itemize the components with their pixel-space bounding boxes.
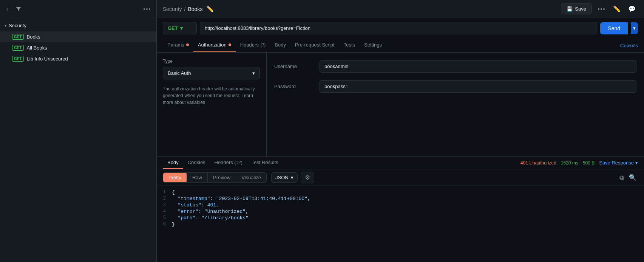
more-options-button[interactable] xyxy=(595,5,608,13)
sidebar-item-label: All Books xyxy=(27,45,47,51)
tab-params[interactable]: Params xyxy=(163,38,193,52)
send-button[interactable]: Send xyxy=(600,22,628,34)
tab-headers[interactable]: Headers (7) xyxy=(236,38,270,52)
tab-body-label: Body xyxy=(275,42,286,48)
more-icon xyxy=(596,7,606,11)
json-chevron-icon: ▾ xyxy=(291,175,293,180)
line-content: { xyxy=(172,189,175,195)
copy-button[interactable]: ⧉ xyxy=(618,172,625,183)
send-caret-button[interactable]: ▾ xyxy=(631,22,638,34)
resp-tab-body-label: Body xyxy=(167,160,179,165)
method-badge-get: GET xyxy=(12,45,24,51)
breadcrumb-parent: Security xyxy=(163,6,182,12)
sidebar-more-icon xyxy=(142,7,152,11)
resp-tab-test-results[interactable]: Test Results xyxy=(247,157,283,169)
save-button[interactable]: 💾 Save xyxy=(561,3,592,14)
save-icon: 💾 xyxy=(567,6,573,12)
code-area: 1 { 2 "timestamp": "2023-02-09T13:41:40.… xyxy=(157,186,644,262)
sidebar-section-title: Security xyxy=(9,23,26,28)
tab-settings-label: Settings xyxy=(364,42,382,48)
password-input[interactable] xyxy=(320,80,636,93)
cookies-link[interactable]: Cookies xyxy=(620,43,638,48)
tab-authorization-label: Authorization xyxy=(198,42,227,48)
line-number: 4 xyxy=(157,209,172,214)
format-toolbar: Pretty Raw Preview Visualize JSON ▾ ⚙ ⧉ … xyxy=(157,169,644,186)
status-badge: 401 Unauthorized xyxy=(520,160,556,166)
breadcrumb: Security / Books ✏️ xyxy=(163,4,215,14)
tab-authorization[interactable]: Authorization xyxy=(193,38,236,52)
code-line-4: 4 "error": "Unauthorized", xyxy=(157,208,644,215)
auth-type-chevron-icon: ▾ xyxy=(252,70,255,76)
format-raw-button[interactable]: Raw xyxy=(187,173,207,182)
topbar: Security / Books ✏️ 💾 Save ✏️ 💬 xyxy=(157,0,644,18)
line-content: "error": "Unauthorized", xyxy=(172,209,249,214)
save-response-chevron-icon: ▾ xyxy=(635,160,638,166)
tab-pre-request[interactable]: Pre-request Script xyxy=(290,38,339,52)
headers-badge: (7) xyxy=(261,43,266,47)
auth-note: The authorization header will be automat… xyxy=(163,85,260,106)
tab-body[interactable]: Body xyxy=(270,38,290,52)
filter-icon-button[interactable]: ⚙ xyxy=(301,172,314,183)
auth-type-value: Basic Auth xyxy=(168,70,191,76)
new-request-button[interactable]: + xyxy=(5,4,11,14)
main-panel: Security / Books ✏️ 💾 Save ✏️ 💬 GET ▾ Se… xyxy=(157,0,644,262)
content-area: Type Basic Auth ▾ The authorization head… xyxy=(157,53,644,156)
topbar-actions: 💾 Save ✏️ 💬 xyxy=(561,3,638,15)
sidebar-item-lib-info[interactable]: GET Lib Info Unsecured xyxy=(0,53,156,64)
save-response-button[interactable]: Save Response ▾ xyxy=(599,160,638,166)
resp-tab-body[interactable]: Body xyxy=(163,157,183,169)
response-meta: 401 Unauthorized 1520 ms 500 B Save Resp… xyxy=(520,160,638,166)
username-label: Username xyxy=(274,64,320,69)
bottom-section: Body Cookies Headers (12) Test Results 4… xyxy=(157,156,644,262)
auth-type-select[interactable]: Basic Auth ▾ xyxy=(163,67,260,79)
breadcrumb-current: Books xyxy=(188,6,202,12)
save-label: Save xyxy=(575,6,586,12)
tab-settings[interactable]: Settings xyxy=(360,38,386,52)
method-badge-get: GET xyxy=(12,56,24,62)
username-input[interactable] xyxy=(320,60,636,73)
auth-type-label: Type xyxy=(163,59,260,64)
line-number: 1 xyxy=(157,189,172,195)
params-dot xyxy=(186,43,189,46)
auth-dot xyxy=(229,43,231,46)
format-preview-button[interactable]: Preview xyxy=(208,173,236,182)
search-button[interactable]: 🔍 xyxy=(627,172,638,183)
sidebar-item-books[interactable]: GET Books xyxy=(0,31,156,42)
request-tabs: Params Authorization Headers (7) Body Pr… xyxy=(157,38,644,53)
resp-tab-test-results-label: Test Results xyxy=(252,160,278,165)
sidebar-item-label: Lib Info Unsecured xyxy=(27,56,68,62)
sidebar-header-left: + xyxy=(5,4,23,14)
url-input[interactable] xyxy=(200,22,597,34)
tab-pre-request-label: Pre-request Script xyxy=(295,42,335,48)
chevron-down-icon: ▾ xyxy=(5,23,6,28)
sidebar-section-header[interactable]: ▾ Security xyxy=(0,20,156,31)
line-content: "status": 401, xyxy=(172,202,219,208)
method-select[interactable]: GET ▾ xyxy=(163,22,197,34)
filter-button[interactable] xyxy=(14,5,23,14)
format-pretty-button[interactable]: Pretty xyxy=(163,173,187,182)
line-content: "timestamp": "2023-02-09T13:41:40.411+00… xyxy=(172,196,310,202)
response-size: 500 B xyxy=(583,160,595,166)
auth-panel: Type Basic Auth ▾ The authorization head… xyxy=(157,53,266,156)
comment-button[interactable]: 💬 xyxy=(626,3,638,15)
toolbar-right: ⧉ 🔍 xyxy=(618,172,638,183)
line-number: 2 xyxy=(157,196,172,201)
edit-button[interactable]: ✏️ xyxy=(611,3,623,15)
line-number: 3 xyxy=(157,202,172,208)
edit-name-button[interactable]: ✏️ xyxy=(205,4,215,14)
tab-tests[interactable]: Tests xyxy=(339,38,360,52)
sidebar-item-all-books[interactable]: GET All Books xyxy=(0,42,156,53)
line-number: 5 xyxy=(157,215,172,220)
line-number: 6 xyxy=(157,222,172,227)
tab-params-label: Params xyxy=(167,42,184,48)
format-visualize-button[interactable]: Visualize xyxy=(236,173,266,182)
sidebar: + ▾ Security GET Books GET All Books GET… xyxy=(0,0,157,262)
json-select[interactable]: JSON ▾ xyxy=(271,172,298,183)
resp-tab-cookies[interactable]: Cookies xyxy=(183,157,210,169)
format-group: Pretty Raw Preview Visualize xyxy=(163,172,267,183)
url-bar: GET ▾ Send ▾ xyxy=(157,18,644,38)
breadcrumb-separator: / xyxy=(184,6,186,12)
resp-tab-headers[interactable]: Headers (12) xyxy=(210,157,247,169)
response-time: 1520 ms xyxy=(561,160,578,166)
resp-tab-cookies-label: Cookies xyxy=(188,160,205,165)
